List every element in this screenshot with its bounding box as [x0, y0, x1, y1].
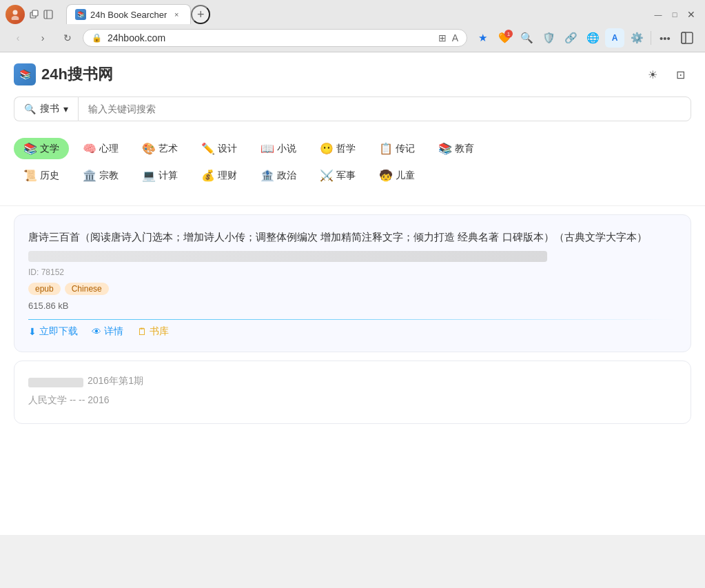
- cat-wenxue[interactable]: 📚 文学: [14, 138, 69, 159]
- cat-zhexue-label: 哲学: [336, 143, 356, 155]
- toolbar-divider: [651, 31, 651, 45]
- cat-jiaoyu-label: 教育: [455, 143, 474, 155]
- cat-lishi[interactable]: 📜 历史: [14, 165, 69, 186]
- refresh-btn[interactable]: ↻: [58, 28, 77, 48]
- sidebar-btn[interactable]: [43, 9, 54, 20]
- site-title: 24h搜书网: [41, 64, 113, 85]
- translate-icon[interactable]: A: [605, 28, 624, 48]
- library-icon: 🗒: [137, 326, 147, 337]
- cat-junshi-label: 军事: [336, 170, 356, 182]
- window-controls: [29, 9, 54, 20]
- cat-licai-label: 理财: [218, 170, 237, 182]
- cat-xiaoshuo[interactable]: 📖 小说: [251, 138, 306, 159]
- search-dropdown[interactable]: 🔍 搜书 ▾: [14, 97, 78, 121]
- cat-ertong-icon: 🧒: [379, 169, 393, 182]
- link-icon[interactable]: 🔗: [561, 28, 580, 48]
- cat-xiaoshuo-label: 小说: [277, 143, 296, 155]
- active-tab[interactable]: 📚 24h Book Searcher ×: [66, 4, 191, 24]
- theme-toggle-btn[interactable]: ☀: [642, 63, 664, 85]
- book-id-1: ID: 78152: [28, 267, 677, 277]
- settings-icon[interactable]: ⚙️: [627, 28, 646, 48]
- categories: 📚 文学 🧠 心理 🎨 艺术 ✏️ 设计 📖 小说 😶 哲学: [0, 132, 705, 203]
- header-actions: ☀ ⊡: [642, 63, 691, 85]
- cat-junshi-icon: ⚔️: [320, 169, 334, 182]
- cat-jisuan[interactable]: 💻 计算: [132, 165, 187, 186]
- cat-ertong[interactable]: 🧒 儿童: [369, 165, 425, 186]
- cat-sheji-label: 设计: [218, 143, 237, 155]
- cat-licai[interactable]: 💰 理财: [192, 165, 247, 186]
- close-btn[interactable]: ✕: [686, 9, 697, 20]
- cat-xinli[interactable]: 🧠 心理: [73, 138, 128, 159]
- detail-btn[interactable]: 👁 详情: [92, 325, 123, 338]
- book-meta-blurred-1: [28, 251, 547, 262]
- tag-epub: epub: [28, 283, 61, 295]
- book2-title-blurred: [28, 378, 83, 387]
- globe-icon[interactable]: 🌐: [583, 28, 602, 48]
- cat-xiaoshuo-icon: 📖: [260, 142, 274, 155]
- download-btn[interactable]: ⬇ 立即下载: [28, 325, 78, 338]
- book-card-2: 2016年第1期 人民文学 -- -- 2016: [14, 361, 691, 424]
- svg-rect-3: [32, 10, 38, 16]
- book-size-1: 615.86 kB: [28, 301, 677, 311]
- cat-zongjiao-icon: 🏛️: [83, 169, 96, 182]
- toolbar-icons: ★ 🧡 1 🔍 🛡️ 🔗 🌐 A ⚙️ •••: [473, 28, 697, 48]
- cat-jiaoyu[interactable]: 📚 教育: [429, 138, 484, 159]
- cat-junshi[interactable]: ⚔️ 军事: [310, 165, 365, 186]
- star-icon[interactable]: ★: [473, 28, 492, 48]
- search-chevron-icon: ▾: [63, 103, 68, 114]
- page-content: 📚 24h搜书网 ☀ ⊡ 🔍 搜书 ▾ 📚 文学 🧠 心理: [0, 52, 705, 535]
- cat-zongjiao[interactable]: 🏛️ 宗教: [73, 165, 128, 186]
- section-divider: [0, 205, 705, 206]
- more-icon[interactable]: •••: [655, 28, 675, 48]
- window-manage-controls: — □ ✕: [653, 9, 697, 20]
- cat-zhengzhi[interactable]: 🏦 政治: [251, 165, 306, 186]
- cat-zhuanji-icon: 📋: [379, 142, 393, 155]
- tag-chinese: Chinese: [65, 283, 109, 295]
- detail-label: 详情: [104, 325, 123, 338]
- category-row-2: 📜 历史 🏛️ 宗教 💻 计算 💰 理财 🏦 政治 ⚔️ 军事: [14, 165, 691, 186]
- cat-zongjiao-label: 宗教: [99, 170, 119, 182]
- tab-close-btn[interactable]: ×: [171, 9, 182, 20]
- search-input[interactable]: [79, 98, 691, 120]
- download-icon: ⬇: [28, 326, 37, 337]
- maximize-btn[interactable]: □: [669, 9, 680, 20]
- back-btn[interactable]: ‹: [8, 28, 28, 48]
- extension-orange-icon[interactable]: 🧡 1: [495, 28, 514, 48]
- cat-zhexue[interactable]: 😶 哲学: [310, 138, 365, 159]
- cat-yishu[interactable]: 🎨 艺术: [132, 138, 187, 159]
- category-row-1: 📚 文学 🧠 心理 🎨 艺术 ✏️ 设计 📖 小说 😶 哲学: [14, 138, 691, 159]
- download-label: 立即下载: [39, 325, 78, 338]
- cat-licai-icon: 💰: [201, 169, 215, 182]
- shield-icon[interactable]: 🛡️: [539, 28, 558, 48]
- tab-bar: 📚 24h Book Searcher × +: [66, 4, 648, 24]
- title-bar: 📚 24h Book Searcher × + — □ ✕: [0, 0, 705, 24]
- cat-zhengzhi-icon: 🏦: [260, 169, 274, 182]
- address-layout-icon: ⊞: [438, 32, 447, 43]
- library-label: 书库: [150, 325, 169, 338]
- svg-rect-4: [44, 10, 52, 19]
- minimize-btn[interactable]: —: [653, 9, 664, 20]
- forward-btn[interactable]: ›: [33, 28, 52, 48]
- book-title-1: 唐诗三百首（阅读唐诗入门选本；增加诗人小传；调整体例编次 增加精简注释文字；倾力…: [28, 229, 677, 245]
- tab-manager-btn[interactable]: [29, 9, 40, 20]
- cat-lishi-label: 历史: [40, 170, 59, 182]
- cat-zhuanji-label: 传记: [396, 143, 415, 155]
- cat-jiaoyu-icon: 📚: [438, 142, 452, 155]
- profile-icon[interactable]: [6, 5, 25, 24]
- cat-zhuanji[interactable]: 📋 传记: [369, 138, 425, 159]
- address-reader-icon: A: [452, 32, 458, 43]
- cat-zhexue-icon: 😶: [320, 142, 334, 155]
- site-logo: 📚 24h搜书网: [14, 63, 113, 85]
- cat-sheji[interactable]: ✏️ 设计: [192, 138, 247, 159]
- cat-sheji-icon: ✏️: [201, 142, 215, 155]
- book-card-1: 唐诗三百首（阅读唐诗入门选本；增加诗人小传；调整体例编次 增加精简注释文字；倾力…: [14, 214, 691, 352]
- layout-btn[interactable]: ⊡: [669, 63, 691, 85]
- book-tags-1: epub Chinese: [28, 283, 677, 295]
- library-btn[interactable]: 🗒 书库: [137, 325, 169, 338]
- search-icon[interactable]: 🔍: [517, 28, 536, 48]
- address-bar[interactable]: 🔒 24hbook.com ⊞ A: [83, 29, 467, 47]
- profile-sidebar-icon[interactable]: [677, 28, 697, 48]
- new-tab-btn[interactable]: +: [191, 5, 210, 24]
- lock-icon: 🔒: [92, 33, 102, 43]
- cat-ertong-label: 儿童: [396, 170, 415, 182]
